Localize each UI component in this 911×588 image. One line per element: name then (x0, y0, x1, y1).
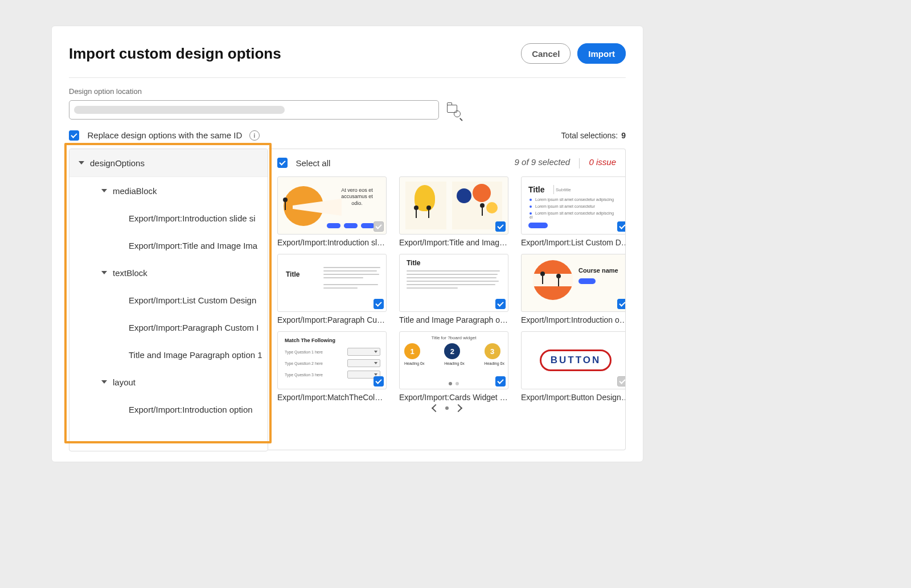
card-caption: Export/Import:MatchTheColum… (277, 393, 387, 402)
replace-same-id-checkbox[interactable] (69, 130, 79, 141)
card-checkbox[interactable] (617, 299, 626, 309)
location-input[interactable] (69, 100, 439, 120)
design-card[interactable]: Match The Following Type Question 1 here… (277, 331, 387, 402)
card-caption: Export/Import:Introduction slid… (277, 238, 387, 247)
tree-leaf[interactable]: Export/Import:Introduction slide si (69, 204, 268, 232)
card-checkbox[interactable] (495, 299, 506, 309)
info-icon[interactable]: i (249, 130, 260, 141)
select-all-checkbox[interactable] (277, 158, 288, 168)
thumbnail: Title for ?board widget 1Heading 0x 2Hea… (399, 331, 508, 389)
design-card[interactable]: Title Title and Image Paragr (399, 254, 508, 324)
cancel-button[interactable]: Cancel (521, 43, 571, 64)
replace-same-id-label: Replace design options with the same ID (87, 130, 242, 140)
thumbnail: At vero eos et accusamus et odio. (277, 176, 387, 235)
card-caption: Export/Import:Button Design O… (521, 393, 626, 402)
browse-folder-icon[interactable] (447, 104, 459, 116)
chevron-down-icon (101, 271, 107, 274)
selection-summary: 9 of 9 selected 0 issue (515, 157, 616, 168)
pager (277, 405, 616, 411)
card-caption: Title and Image Paragraph optio… (399, 315, 508, 324)
thumbnail (399, 176, 508, 235)
design-card[interactable]: Title for ?board widget 1Heading 0x 2Hea… (399, 331, 508, 402)
design-card[interactable]: BUTTON Export/Import:Button Design O… (521, 331, 626, 402)
total-selections: Total selections:9 (561, 131, 626, 140)
card-checkbox[interactable] (617, 376, 626, 386)
thumbnail: TitleSubtitle Lorem ipsum sit amet conse… (521, 176, 626, 235)
thumbnail: Title (399, 254, 508, 312)
design-card[interactable]: Title Export/Import:Paragrap (277, 254, 387, 324)
gallery-panel: Select all 9 of 9 selected 0 issue (268, 149, 626, 450)
dialog-title: Import custom design options (69, 45, 281, 63)
card-checkbox[interactable] (495, 221, 506, 232)
select-all-label: Select all (296, 158, 330, 168)
thumbnail: Match The Following Type Question 1 here… (277, 331, 387, 389)
divider (69, 77, 626, 78)
tree-node-designoptions[interactable]: designOptions (69, 149, 268, 177)
tree-leaf[interactable]: Export/Import:Title and Image Ima (69, 232, 268, 259)
tree-leaf[interactable]: Export/Import:List Custom Design (69, 286, 268, 314)
tree-leaf[interactable]: Export/Import:Paragraph Custom I (69, 314, 268, 341)
chevron-down-icon (79, 161, 84, 165)
design-card[interactable]: Course name Export/Import:Introduction o… (521, 254, 626, 324)
chevron-down-icon (101, 189, 107, 192)
location-value-redacted (74, 106, 285, 114)
import-button[interactable]: Import (577, 43, 626, 64)
chevron-down-icon (101, 380, 107, 384)
category-tree: designOptions mediaBlock Export/Import:I… (69, 149, 268, 451)
card-caption: Export/Import:Introduction opti… (521, 315, 626, 324)
thumbnail: BUTTON (521, 331, 626, 389)
location-label: Design option location (69, 87, 626, 96)
card-caption: Export/Import:Cards Widget (V… (399, 393, 508, 402)
design-card[interactable]: TitleSubtitle Lorem ipsum sit amet conse… (521, 176, 626, 247)
card-checkbox[interactable] (617, 221, 626, 232)
card-checkbox[interactable] (374, 299, 384, 309)
design-card[interactable]: Export/Import:Title and Image I… (399, 176, 508, 247)
page-dot[interactable] (445, 406, 449, 410)
chevron-left-icon[interactable] (431, 404, 439, 412)
card-caption: Export/Import:Paragraph Custo… (277, 315, 387, 324)
card-caption: Export/Import:Title and Image I… (399, 238, 508, 247)
card-caption: Export/Import:List Custom Desi… (521, 238, 626, 247)
chevron-right-icon[interactable] (454, 404, 462, 412)
tree-node-mediablock[interactable]: mediaBlock (69, 177, 268, 204)
card-checkbox[interactable] (374, 376, 384, 386)
card-checkbox[interactable] (495, 376, 506, 386)
tree-leaf[interactable]: Export/Import:Introduction option (69, 396, 268, 423)
thumbnail: Course name (521, 254, 626, 312)
import-dialog: Import custom design options Cancel Impo… (51, 26, 643, 462)
tree-leaf[interactable]: Title and Image Paragraph option 1 (69, 341, 268, 368)
design-card[interactable]: At vero eos et accusamus et odio. Export… (277, 176, 387, 247)
tree-node-layout[interactable]: layout (69, 368, 268, 396)
tree-node-textblock[interactable]: textBlock (69, 259, 268, 286)
thumbnail: Title (277, 254, 387, 312)
card-checkbox[interactable] (374, 221, 384, 232)
